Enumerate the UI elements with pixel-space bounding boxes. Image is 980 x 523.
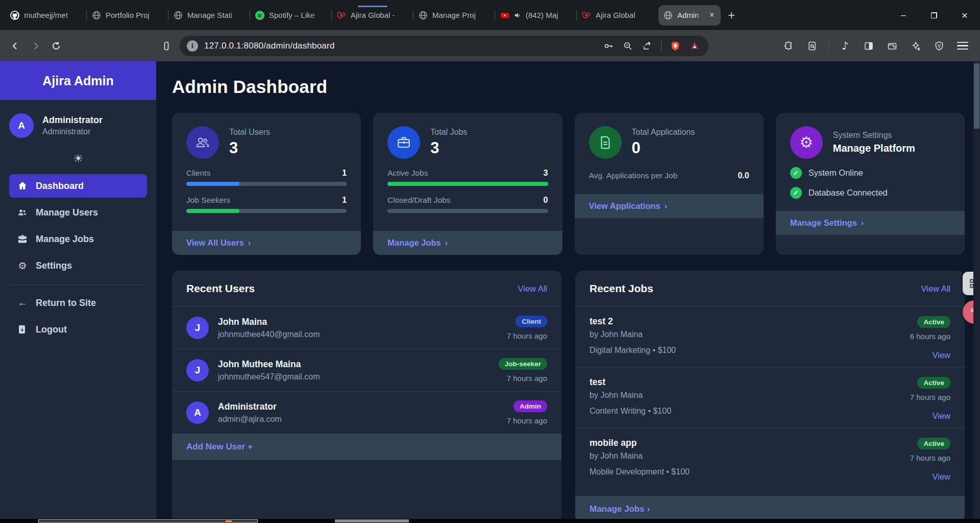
sidebar-item-manage-jobs[interactable]: Manage Jobs: [9, 227, 147, 251]
manage-jobs-link[interactable]: Manage Jobs›: [373, 231, 562, 255]
sidebar-item-dashboard[interactable]: Dashboard: [9, 174, 147, 198]
timestamp: 7 hours ago: [910, 393, 950, 401]
reload-button[interactable]: [46, 36, 66, 56]
media-music-icon[interactable]: ♪: [835, 36, 855, 56]
user-email: admin@ajira.com: [218, 415, 282, 424]
back-button[interactable]: [5, 36, 26, 56]
sidebar-item-logout[interactable]: Logout: [9, 318, 147, 341]
user-row[interactable]: A Administrator admin@ajira.com Admin 7 …: [172, 391, 561, 434]
sidebar-item-return-to-site[interactable]: ← Return to Site: [9, 291, 147, 315]
job-meta: Content Writing • $100: [590, 407, 910, 416]
page-scrollbar[interactable]: [973, 61, 980, 519]
theme-toggle-sun-icon[interactable]: ☀: [73, 152, 83, 165]
admin-profile: A Administrator Administrator: [0, 100, 156, 147]
profile-name: Administrator: [42, 115, 103, 126]
status-text: System Online: [808, 168, 863, 178]
wallet-icon[interactable]: [882, 36, 902, 56]
stat-value: Manage Platform: [833, 142, 915, 154]
status-text: Database Connected: [808, 188, 888, 198]
scrollbar-thumb[interactable]: [974, 63, 979, 129]
avatar: J: [186, 359, 209, 382]
brave-shields-icon[interactable]: [667, 37, 684, 55]
briefcase-icon: [17, 234, 28, 244]
stat-sub-value: 1: [342, 169, 347, 178]
sidebar-item-settings[interactable]: ⚙ Settings: [9, 254, 147, 277]
password-key-icon[interactable]: [600, 37, 617, 55]
status-badge: Active: [917, 377, 950, 389]
stat-sub-label: Job Seekers: [186, 196, 230, 205]
panel-title: Recent Users: [186, 282, 255, 295]
bookmark-sidebar-icon[interactable]: [156, 36, 177, 56]
role-badge: Client: [516, 316, 547, 327]
zoom-out-icon[interactable]: [619, 37, 636, 55]
new-tab-button[interactable]: +: [721, 5, 742, 26]
job-row[interactable]: mobile app by John Maina Mobile Developm…: [575, 428, 965, 489]
url-text[interactable]: 127.0.0.1:8080/admin/dashboard: [204, 41, 600, 51]
view-all-users-link[interactable]: View All Users›: [172, 231, 361, 255]
browser-tab-youtube[interactable]: (842) Maj: [495, 5, 577, 26]
view-applications-link[interactable]: View Applications›: [575, 194, 764, 218]
view-job-link[interactable]: View: [933, 350, 950, 360]
view-job-link[interactable]: View: [933, 411, 950, 421]
progress-track: [186, 182, 347, 186]
tab-title: Admin D: [677, 11, 703, 19]
job-row[interactable]: test by John Maina Content Writing • $10…: [575, 367, 965, 428]
share-icon[interactable]: [639, 37, 656, 55]
browser-window: mutheejj/met Portfolio Proj Manage Stati…: [0, 0, 980, 523]
chevron-right-icon: ›: [665, 201, 668, 210]
stat-card-total-applications: Total Applications 0 Avg. Applications p…: [575, 113, 764, 255]
leo-ai-sparkle-icon[interactable]: [905, 36, 926, 56]
briefcase-stat-icon: [387, 126, 420, 159]
audio-speaker-icon[interactable]: [514, 11, 521, 20]
forward-button[interactable]: [26, 36, 46, 56]
laravel-icon: [337, 11, 346, 20]
stat-sub-value: 1: [342, 196, 347, 205]
browser-tab-ajira-2[interactable]: Ajira Global: [577, 5, 658, 26]
browser-tab-github[interactable]: mutheejj/met: [5, 5, 87, 26]
user-row[interactable]: J John Muthee Maina johnmuthee547@gmail.…: [172, 349, 561, 391]
browser-tab-admin-dashboard-active[interactable]: Admin D ×: [658, 5, 721, 26]
timestamp: 7 hours ago: [507, 416, 547, 425]
close-window-button[interactable]: ×: [949, 0, 980, 30]
gear-icon: ⚙: [17, 260, 28, 271]
browser-tab-ajira-1[interactable]: Ajira Global -: [332, 5, 413, 26]
stat-card-total-jobs: Total Jobs 3 Active Jobs3 Closed/Draft J…: [373, 113, 562, 255]
brave-rewards-bat-icon[interactable]: [686, 37, 703, 55]
stat-label: Total Applications: [632, 128, 695, 137]
check-circle-icon: ✓: [790, 187, 802, 199]
sidebar-panel-icon[interactable]: [859, 36, 879, 56]
status-badge: Active: [917, 316, 950, 328]
address-bar[interactable]: i 127.0.0.1:8080/admin/dashboard: [180, 36, 708, 56]
browser-tab-manage-stats[interactable]: Manage Stati: [168, 5, 250, 26]
user-name: Administrator: [218, 401, 282, 412]
sidebar-item-manage-users[interactable]: Manage Users: [9, 201, 147, 224]
page-title: Admin Dashboard: [172, 77, 965, 97]
browser-tab-spotify[interactable]: Spotify – Like: [250, 5, 332, 26]
browser-tab-portfolio[interactable]: Portfolio Proj: [87, 5, 168, 26]
stat-sub-value: 0: [544, 196, 548, 205]
menu-hamburger-icon[interactable]: [952, 36, 973, 56]
job-row[interactable]: test 2 by John Maina Digital Marketing •…: [575, 307, 965, 367]
extensions-puzzle-icon[interactable]: [778, 36, 799, 56]
manage-jobs-footer-link[interactable]: Manage Jobs ›: [575, 496, 965, 519]
divider: [9, 284, 147, 285]
menu-label: Manage Users: [36, 207, 98, 218]
view-all-jobs-button[interactable]: View All: [921, 284, 950, 294]
tab-close-icon[interactable]: ×: [708, 10, 716, 20]
music-note-glyph: ♪: [842, 40, 848, 52]
tab-title: Portfolio Proj: [106, 11, 163, 19]
restore-button[interactable]: [919, 0, 949, 30]
search-panel-icon[interactable]: [802, 36, 822, 56]
manage-settings-link[interactable]: Manage Settings›: [776, 211, 965, 235]
user-row[interactable]: J John Maina johnmuthee440@gmail.com Cli…: [172, 307, 561, 349]
browser-tab-manage-proj[interactable]: Manage Proj: [413, 5, 495, 26]
timestamp: 7 hours ago: [910, 454, 950, 462]
view-all-users-button[interactable]: View All: [518, 284, 547, 294]
view-job-link[interactable]: View: [933, 472, 950, 482]
tab-bar: mutheejj/met Portfolio Proj Manage Stati…: [0, 0, 980, 30]
vpn-shield-icon[interactable]: [929, 36, 949, 56]
site-info-icon[interactable]: i: [187, 40, 198, 52]
add-new-user-button[interactable]: Add New User +: [172, 434, 561, 460]
minimize-button[interactable]: –: [888, 0, 919, 30]
youtube-icon: [500, 11, 509, 20]
